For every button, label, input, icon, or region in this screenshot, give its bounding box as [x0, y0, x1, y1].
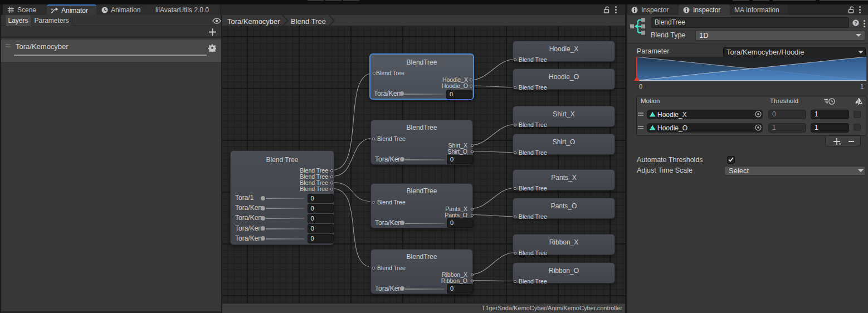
svg-text:?: ? — [854, 20, 857, 26]
